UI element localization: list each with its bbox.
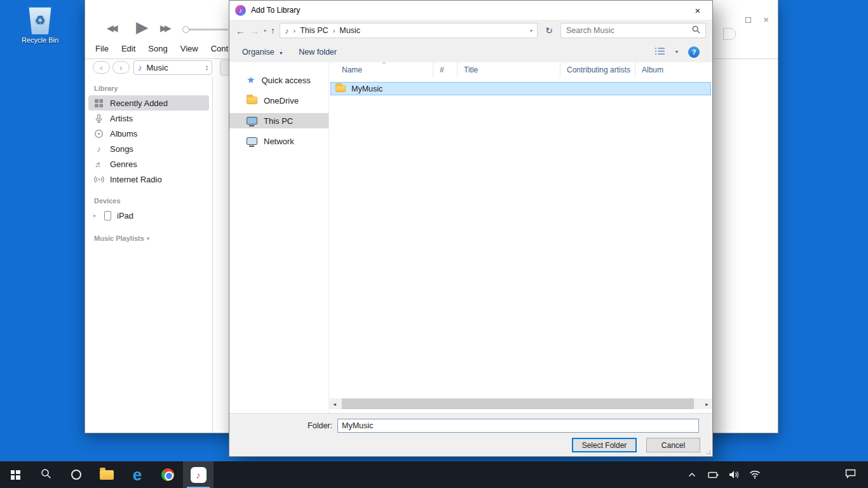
cortana-button[interactable]: [61, 461, 92, 488]
command-toolbar: Organise ▾ New folder ▾ ?: [229, 41, 712, 62]
music-playlists-label: Music Playlists: [94, 234, 144, 242]
menu-item-edit[interactable]: Edit: [121, 44, 135, 53]
scroll-right-icon[interactable]: ▸: [702, 398, 712, 409]
nav-item-quick-access[interactable]: ★ Quick access: [229, 72, 329, 88]
recycle-bin[interactable]: ♻ Recycle Bin: [18, 5, 62, 44]
nav-item-onedrive[interactable]: OneDrive: [229, 93, 329, 108]
address-dropdown-icon[interactable]: ▾: [530, 28, 532, 34]
menu-item-view[interactable]: View: [180, 44, 198, 53]
network-icon: [247, 137, 257, 145]
file-explorer-icon: [100, 470, 114, 480]
horizontal-scrollbar[interactable]: ◂ ▸: [329, 398, 712, 409]
taskbar-search-button[interactable]: [31, 461, 61, 488]
column-header-title[interactable]: Title: [458, 62, 560, 78]
recycle-bin-label: Recycle Bin: [18, 36, 62, 44]
volume-icon[interactable]: [728, 461, 740, 488]
music-note-icon: ♪: [285, 26, 289, 36]
scrollbar-thumb[interactable]: [342, 398, 694, 409]
volume-knob[interactable]: [182, 26, 189, 33]
onedrive-icon: [247, 97, 257, 104]
file-row-mymusic[interactable]: MyMusic: [330, 82, 711, 95]
action-center-icon: [845, 469, 856, 481]
breadcrumb[interactable]: ♪ › This PC › Music ▾: [280, 23, 538, 38]
action-center-button[interactable]: [832, 461, 868, 488]
search-icon[interactable]: [692, 25, 700, 36]
menu-item-file[interactable]: File: [95, 44, 109, 53]
nav-item-label: Quick access: [261, 76, 310, 85]
sidebar-item-ipad[interactable]: ▸ iPad: [88, 208, 209, 223]
itunes-app-icon: ♪: [235, 5, 246, 16]
column-header-name[interactable]: ^ Name: [329, 62, 433, 78]
previous-track-button[interactable]: ◀◀: [107, 23, 116, 33]
itunes-taskbar-button[interactable]: ♪: [183, 461, 214, 488]
edge-button[interactable]: e: [122, 461, 153, 488]
sidebar-item-label: Internet Radio: [110, 175, 162, 184]
desktop: ♻ Recycle Bin ◀◀ ▶ ▶▶ File Edit Song Vie…: [0, 0, 868, 488]
menu-item-song[interactable]: Song: [148, 44, 167, 53]
new-folder-button[interactable]: New folder: [299, 48, 337, 57]
sidebar-item-label: Genres: [110, 159, 137, 169]
itunes-back-button[interactable]: ‹: [93, 61, 110, 74]
forward-icon[interactable]: →: [250, 25, 259, 36]
chevron-down-icon: ▾: [147, 236, 149, 241]
maximize-icon[interactable]: [745, 17, 751, 23]
volume-slider[interactable]: [184, 29, 228, 30]
wifi-icon[interactable]: [749, 461, 761, 488]
close-icon[interactable]: ×: [683, 1, 712, 20]
search-box[interactable]: [560, 23, 706, 38]
column-header-album[interactable]: Album: [635, 62, 712, 78]
sidebar-item-albums[interactable]: Albums: [88, 126, 209, 141]
file-explorer-button[interactable]: [92, 461, 122, 488]
up-icon[interactable]: ↑: [271, 25, 275, 36]
search-input[interactable]: [566, 26, 688, 35]
cancel-button[interactable]: Cancel: [646, 438, 700, 452]
nav-item-this-pc[interactable]: This PC: [229, 113, 329, 128]
view-details-icon[interactable]: [654, 47, 665, 57]
next-track-button[interactable]: ▶▶: [160, 23, 169, 33]
close-icon[interactable]: ×: [763, 17, 769, 23]
itunes-window-controls: ×: [733, 17, 769, 23]
dialog-title: Add To Library: [251, 6, 300, 15]
expander-icon[interactable]: ▸: [93, 212, 98, 219]
resize-grip[interactable]: [709, 453, 710, 454]
help-icon[interactable]: ?: [688, 46, 700, 58]
column-header-contributing-artists[interactable]: Contributing artists: [560, 62, 635, 78]
nav-item-label: This PC: [264, 116, 293, 126]
refresh-icon[interactable]: ↻: [542, 25, 556, 36]
media-source-picker[interactable]: ♪ Music ▴▾: [133, 60, 212, 75]
recycle-bin-icon: ♻: [28, 5, 52, 34]
media-source-label: Music: [147, 63, 201, 72]
history-dropdown-icon[interactable]: ▾: [264, 28, 266, 34]
navigation-pane: ★ Quick access OneDrive This PC Network: [229, 62, 329, 413]
chevron-left-icon: ‹: [100, 63, 102, 72]
sidebar-item-recently-added[interactable]: Recently Added: [88, 95, 209, 111]
sidebar-item-songs[interactable]: ♪ Songs: [88, 141, 209, 156]
itunes-forward-button[interactable]: ›: [112, 61, 130, 74]
play-button[interactable]: ▶: [136, 18, 148, 36]
sidebar-item-artists[interactable]: Artists: [88, 111, 209, 126]
search-icon: [41, 468, 51, 482]
itunes-icon: ♪: [191, 467, 207, 483]
view-dropdown-icon[interactable]: ▾: [675, 49, 678, 55]
sidebar-item-label: Songs: [110, 144, 133, 154]
select-folder-button[interactable]: Select Folder: [572, 438, 637, 452]
column-header-number[interactable]: #: [433, 62, 458, 78]
dialog-title-bar[interactable]: ♪ Add To Library ×: [229, 1, 712, 20]
organise-button[interactable]: Organise ▾: [242, 48, 282, 57]
itunes-search-fragment: [723, 28, 736, 40]
battery-icon[interactable]: [707, 461, 719, 488]
sidebar-item-genres[interactable]: ♬ Genres: [88, 156, 209, 172]
music-playlists-header[interactable]: Music Playlists ▾: [94, 234, 212, 242]
scroll-left-icon[interactable]: ◂: [329, 398, 340, 409]
breadcrumb-music[interactable]: Music: [339, 26, 360, 35]
chrome-button[interactable]: [153, 461, 183, 488]
start-button[interactable]: [0, 461, 31, 488]
sidebar-item-internet-radio[interactable]: Internet Radio: [88, 172, 209, 187]
back-icon[interactable]: ←: [236, 25, 245, 36]
stepper-icon[interactable]: ▴▾: [206, 65, 208, 71]
breadcrumb-this-pc[interactable]: This PC: [300, 26, 328, 35]
edge-icon: e: [133, 466, 142, 483]
folder-name-input[interactable]: [337, 419, 699, 433]
hidden-icons-chevron-icon[interactable]: [686, 461, 698, 488]
nav-item-network[interactable]: Network: [229, 133, 329, 149]
